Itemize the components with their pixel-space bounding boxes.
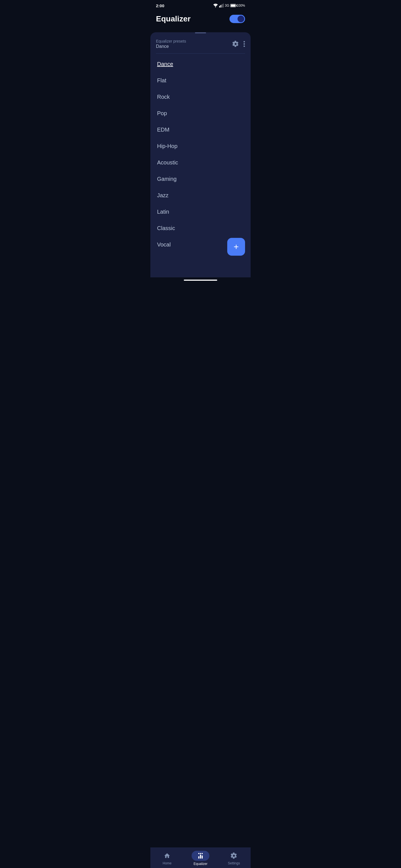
- svg-rect-3: [222, 4, 223, 7]
- preset-actions: [232, 41, 245, 47]
- preset-item-jazz[interactable]: Jazz: [150, 187, 251, 204]
- svg-rect-1: [219, 6, 220, 7]
- app-header: Equalizer: [150, 10, 251, 29]
- drag-handle[interactable]: [195, 32, 206, 33]
- preset-info: Equalizer presets Dance: [156, 39, 186, 49]
- battery-fill: [231, 4, 235, 7]
- preset-list: DanceFlatRockPopEDMHip-HopAcousticGaming…: [150, 54, 251, 255]
- battery-icon: [230, 4, 236, 7]
- status-bar: 2:00 3G 100%: [150, 0, 251, 10]
- svg-point-0: [215, 7, 216, 7]
- svg-rect-4: [223, 4, 224, 7]
- more-menu-button[interactable]: [244, 41, 245, 47]
- wifi-icon: [213, 4, 218, 7]
- preset-item-rock[interactable]: Rock: [150, 89, 251, 105]
- page-title: Equalizer: [156, 14, 191, 23]
- preset-item-latin[interactable]: Latin: [150, 204, 251, 220]
- svg-point-6: [244, 43, 245, 45]
- preset-current: Dance: [156, 44, 186, 49]
- status-icons: 3G 100%: [213, 4, 245, 7]
- battery-container: 100%: [230, 4, 245, 7]
- battery-percent: 100%: [236, 4, 245, 7]
- signal-icon: [219, 4, 224, 7]
- gear-button[interactable]: [232, 41, 239, 47]
- home-indicator: [184, 280, 217, 281]
- preset-item-classic[interactable]: Classic: [150, 220, 251, 237]
- preset-label: Equalizer presets: [156, 39, 186, 43]
- svg-rect-2: [221, 5, 221, 7]
- signal-label: 3G: [225, 4, 229, 7]
- add-preset-button[interactable]: +: [227, 238, 245, 256]
- equalizer-toggle[interactable]: [229, 15, 245, 23]
- preset-item-edm[interactable]: EDM: [150, 122, 251, 138]
- preset-item-gaming[interactable]: Gaming: [150, 171, 251, 187]
- preset-header: Equalizer presets Dance: [150, 39, 251, 54]
- preset-item-dance[interactable]: Dance: [150, 56, 251, 72]
- preset-item-acoustic[interactable]: Acoustic: [150, 154, 251, 171]
- svg-point-5: [244, 41, 245, 42]
- svg-point-7: [244, 45, 245, 47]
- preset-item-flat[interactable]: Flat: [150, 72, 251, 89]
- toggle-knob: [237, 16, 244, 22]
- status-time: 2:00: [156, 3, 164, 8]
- preset-item-hip-hop[interactable]: Hip-Hop: [150, 138, 251, 154]
- preset-item-pop[interactable]: Pop: [150, 105, 251, 122]
